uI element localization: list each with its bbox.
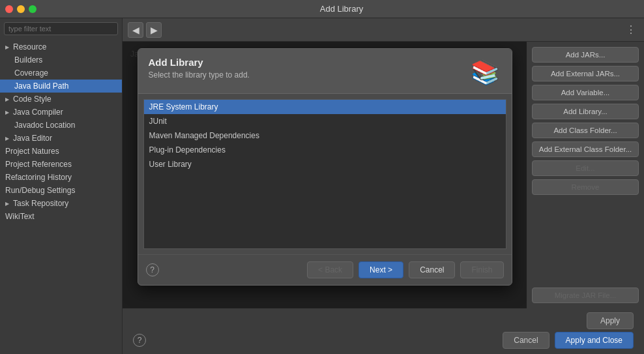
library-item-plugin[interactable]: Plug-in Dependencies	[144, 143, 506, 157]
sidebar-item-refactoring-history[interactable]: Refactoring History	[0, 171, 122, 184]
forward-button[interactable]: ▶	[146, 22, 162, 38]
sidebar-item-task-repository[interactable]: Task Repository	[0, 197, 122, 210]
sidebar-item-builders[interactable]: Builders	[0, 53, 122, 66]
sidebar-item-java-build-path[interactable]: Java Build Path	[0, 80, 122, 93]
cancel-dialog-button[interactable]: Cancel	[409, 261, 455, 278]
migrate-jar-button[interactable]: Migrate JAR File...	[532, 288, 639, 303]
library-item-jre[interactable]: JRE System Library	[144, 100, 506, 114]
dialog-subtitle: Select the library type to add.	[149, 70, 250, 80]
finish-dialog-button[interactable]: Finish	[460, 261, 503, 278]
bottom-bar: ? Cancel Apply and Close	[123, 329, 644, 354]
apply-and-close-button[interactable]: Apply and Close	[555, 332, 634, 349]
sidebar-item-run-debug[interactable]: Run/Debug Settings	[0, 184, 122, 197]
sidebar-item-java-editor[interactable]: Java Editor	[0, 132, 122, 145]
dialog-body: JRE System Library JUnit Maven Managed D…	[138, 94, 512, 254]
help-icon: ?	[150, 265, 154, 274]
library-item-maven[interactable]: Maven Managed Dependencies	[144, 128, 506, 143]
top-toolbar: ◀ ▶ ⋮	[123, 18, 644, 42]
sidebar-item-java-compiler[interactable]: Java Compiler	[0, 106, 122, 119]
add-class-folder-button[interactable]: Add Class Folder...	[532, 123, 639, 138]
apply-button[interactable]: Apply	[587, 312, 634, 329]
sidebar: Resource Builders Coverage Java Build Pa…	[0, 18, 123, 354]
bottom-help-icon: ?	[138, 336, 142, 345]
sidebar-item-wikitext[interactable]: WikiText	[0, 210, 122, 223]
add-external-jars-button[interactable]: Add External JARs...	[532, 66, 639, 81]
back-button[interactable]: ◀	[128, 22, 143, 38]
traffic-lights	[5, 5, 37, 13]
sidebar-item-resource[interactable]: Resource	[0, 40, 122, 53]
next-dialog-button[interactable]: Next >	[359, 261, 403, 278]
right-buttons-panel: Add JARs... Add External JARs... Add Var…	[527, 42, 644, 308]
dialog-overlay: Add Library Select the library type to a…	[123, 42, 527, 308]
sidebar-item-project-references[interactable]: Project References	[0, 158, 122, 171]
remove-button[interactable]: Remove	[532, 179, 639, 195]
add-external-class-folder-button[interactable]: Add External Class Folder...	[532, 141, 639, 157]
back-dialog-button[interactable]: < Back	[307, 261, 353, 278]
sidebar-item-project-natures[interactable]: Project Natures	[0, 145, 122, 158]
sidebar-item-code-style[interactable]: Code Style	[0, 93, 122, 106]
sidebar-item-javadoc-location[interactable]: Javadoc Location	[0, 119, 122, 132]
apply-row: Apply	[123, 308, 644, 329]
sidebar-list: Resource Builders Coverage Java Build Pa…	[0, 39, 122, 354]
panel-with-buttons: Java Build Path Add Library Select the l…	[123, 42, 644, 308]
library-list: JRE System Library JUnit Maven Managed D…	[143, 99, 506, 249]
bottom-help-button[interactable]: ?	[133, 334, 146, 347]
dialog-header: Add Library Select the library type to a…	[138, 49, 512, 94]
maximize-button[interactable]	[29, 5, 37, 13]
title-bar: Add Library	[0, 0, 644, 18]
minimize-button[interactable]	[17, 5, 25, 13]
dialog-footer: ? < Back Next > Cancel Finish	[138, 254, 512, 285]
edit-button[interactable]: Edit...	[532, 160, 639, 176]
window-title: Add Library	[44, 4, 639, 14]
dialog-title: Add Library	[149, 57, 250, 68]
add-library-dialog: Add Library Select the library type to a…	[138, 48, 512, 286]
center-panel: Java Build Path Add Library Select the l…	[123, 42, 527, 308]
add-library-button[interactable]: Add Library...	[532, 104, 639, 119]
dialog-header-text: Add Library Select the library type to a…	[149, 57, 250, 80]
library-icon: 📚	[470, 57, 501, 88]
more-options-button[interactable]: ⋮	[623, 23, 639, 36]
cancel-main-button[interactable]: Cancel	[503, 332, 549, 349]
add-jars-button[interactable]: Add JARs...	[532, 47, 639, 63]
content-area: ◀ ▶ ⋮ Java Build Path	[123, 18, 644, 354]
library-item-user[interactable]: User Library	[144, 157, 506, 171]
sidebar-item-coverage[interactable]: Coverage	[0, 66, 122, 80]
forward-icon: ▶	[151, 25, 158, 35]
main-layout: Resource Builders Coverage Java Build Pa…	[0, 18, 644, 354]
dialog-help-button[interactable]: ?	[146, 263, 159, 276]
close-button[interactable]	[5, 5, 13, 13]
library-item-junit[interactable]: JUnit	[144, 114, 506, 128]
filter-input[interactable]	[4, 22, 118, 35]
back-icon: ◀	[132, 25, 139, 35]
add-variable-button[interactable]: Add Variable...	[532, 85, 639, 100]
